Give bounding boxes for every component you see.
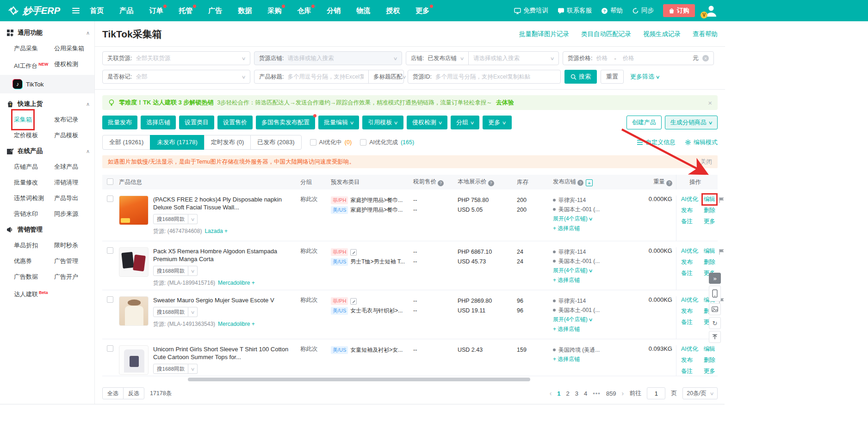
product-title[interactable]: Sweater Mauro Sergio Mujer Suave Escote … [153, 296, 274, 304]
help-icon[interactable]: ? [577, 180, 583, 186]
sidebar-item-slow-sales-clearance[interactable]: 滞销清理 [54, 175, 78, 190]
choose-shop-link[interactable]: + 选择店铺 [553, 354, 629, 364]
sidebar-item-ads-account[interactable]: 广告开户 [54, 269, 78, 285]
remark-link[interactable]: 备注 [681, 218, 693, 226]
search-button[interactable]: 搜索 [564, 70, 597, 84]
sidebar-item-shop-products[interactable]: 店铺产品 [14, 159, 38, 175]
source-shop-select[interactable]: 货源店铺: 请选择或输入搜索 ∨ [254, 51, 402, 65]
ai-optimize-link[interactable]: AI优化 [681, 247, 698, 255]
chevron-up-icon[interactable]: ∧ [86, 101, 90, 107]
sidebar-item-product-template[interactable]: 产品模板 [54, 128, 78, 143]
sidebar-item-ai-workbench[interactable]: AI工作台NEW [14, 56, 48, 72]
more-link[interactable]: 更多 [704, 218, 715, 226]
product-title[interactable]: Pack X5 Remera Hombre Algodon Estampada … [153, 247, 297, 263]
chevron-down-icon[interactable]: ∨ [188, 214, 198, 224]
chevron-up-icon[interactable]: ∧ [86, 30, 90, 36]
chevron-down-icon[interactable]: ∨ [188, 266, 198, 276]
menu-toggle-icon[interactable] [72, 8, 80, 13]
expand-shops-link[interactable]: 展开(4个店铺)∨ [553, 214, 629, 224]
ai-optimizing-checkbox[interactable]: AI优化中(0) [310, 139, 352, 147]
row-checkbox[interactable] [107, 196, 113, 202]
close-notice-link[interactable]: 关闭 [701, 158, 712, 166]
create-product-button[interactable]: 创建产品 [626, 116, 662, 129]
nav-authorization[interactable]: 授权 [386, 6, 400, 15]
sidebar-section-marketing[interactable]: 营销管理 [0, 222, 94, 238]
search-1688-button[interactable]: 搜1688同款 [153, 364, 188, 374]
tab-unpublished[interactable]: 未发布 (17178) [150, 135, 204, 150]
multi-title-match-select[interactable]: 多标题匹配 ∨ [368, 70, 410, 83]
view-help-link[interactable]: 查看帮助 [693, 30, 718, 38]
select-all-checkbox[interactable] [107, 178, 113, 185]
set-category-button[interactable]: 设置类目 [179, 116, 214, 129]
search-1688-button[interactable]: 搜1688同款 [153, 266, 188, 276]
choose-shop-link[interactable]: + 选择店铺 [553, 224, 629, 233]
sidebar-section-quick-listing[interactable]: 快速上货 ∧ [0, 96, 94, 112]
mobile-preview-button[interactable] [709, 286, 721, 301]
add-column-icon[interactable]: + [586, 179, 593, 186]
sidebar-item-item-discount[interactable]: 单品折扣 [14, 238, 38, 253]
select-all-button[interactable]: 全选 [102, 387, 124, 399]
video-generate-record-link[interactable]: 视频生成记录 [643, 30, 681, 38]
flag-icon[interactable] [719, 197, 724, 203]
tab-scheduled[interactable]: 定时发布 (0) [204, 135, 251, 150]
category-auto-match-record-link[interactable]: 类目自动匹配记录 [581, 30, 631, 38]
category-edit-icon[interactable] [350, 298, 357, 305]
sidebar-item-publish-record[interactable]: 发布记录 [54, 112, 78, 128]
mark-select[interactable]: 是否标记: 全部 ∨ [102, 70, 250, 84]
multi-country-config-button[interactable]: 多国售卖发布配置 [256, 116, 315, 129]
flag-icon[interactable] [719, 249, 724, 255]
product-title[interactable]: (PACKS FREE 2 hooks)4 Ply Disposable nap… [153, 196, 297, 211]
ai-optimize-link[interactable]: AI优化 [681, 196, 698, 203]
related-source-select[interactable]: 关联货源: 全部关联货源 ∨ [102, 51, 250, 65]
infringement-check-dropdown[interactable]: 侵权检测∨ [407, 116, 447, 129]
sidebar-item-tiktok[interactable]: ♪ TikTok [0, 75, 94, 93]
expand-shops-link[interactable]: 展开(4个店铺)∨ [553, 266, 629, 275]
choose-shop-button[interactable]: 选择店铺 [141, 116, 176, 129]
source-site-link[interactable]: Mercadolibre + [218, 321, 255, 327]
edit-link[interactable]: 编辑 [704, 247, 715, 255]
sidebar-item-global-products[interactable]: 全球产品 [54, 159, 78, 175]
search-1688-button[interactable]: 搜1688同款 [153, 214, 188, 224]
page-button[interactable]: 1 [557, 390, 560, 397]
sidebar-item-sync-source[interactable]: 同步来源 [54, 206, 78, 222]
tab-published[interactable]: 已发布 (2083) [250, 135, 301, 150]
publish-link[interactable]: 发布 [681, 258, 693, 266]
nav-purchase[interactable]: 采购 [267, 6, 281, 15]
avatar[interactable]: V [704, 4, 718, 18]
horizontal-scrollbar[interactable] [102, 377, 718, 382]
product-image[interactable] [119, 345, 149, 375]
sidebar-item-ads-management[interactable]: 广告管理 [54, 253, 78, 269]
row-checkbox[interactable] [107, 345, 113, 352]
choose-shop-link[interactable]: + 选择店铺 [553, 275, 629, 285]
chevron-down-icon[interactable]: ∨ [188, 307, 198, 317]
expand-shops-link[interactable]: 展开(4个店铺)∨ [553, 315, 629, 324]
row-checkbox[interactable] [107, 296, 113, 303]
publish-link[interactable]: 发布 [681, 307, 693, 315]
subscribe-button[interactable]: 订购 [663, 4, 695, 17]
back-to-top-button[interactable] [709, 331, 721, 343]
chevron-up-icon[interactable]: ∧ [86, 148, 90, 154]
page-button[interactable]: 859 [606, 390, 616, 397]
source-site-link[interactable]: Mercadolibre + [218, 280, 255, 286]
remark-link[interactable]: 备注 [681, 318, 693, 326]
nav-distribution[interactable]: 分销 [327, 6, 341, 15]
ai-optimize-link[interactable]: AI优化 [681, 296, 698, 304]
screenshot-button[interactable] [709, 303, 721, 315]
sidebar-item-ads-data[interactable]: 广告数据 [14, 269, 38, 285]
delete-link[interactable]: 删除 [704, 258, 715, 266]
promo-try-link[interactable]: 去体验 [496, 98, 514, 107]
sync-link[interactable]: 同步 [632, 6, 654, 15]
product-title-input[interactable]: 产品标题: 多个用逗号分隔，支持Excel复制粘贴 [254, 70, 368, 83]
nav-ads[interactable]: 广告 [208, 6, 222, 15]
nav-hosting[interactable]: 托管 [179, 6, 192, 15]
product-title[interactable]: Unicorn Print Girls Short Sleeve T Shirt… [153, 345, 297, 361]
nav-warehouse[interactable]: 仓库 [297, 6, 311, 15]
sidebar-item-product-collect[interactable]: 产品采集 [14, 41, 38, 56]
reset-button[interactable]: 重置 [601, 70, 624, 84]
price-min-input[interactable]: 价格 [596, 55, 608, 62]
help-icon[interactable]: ? [488, 180, 494, 186]
nav-more[interactable]: 更多 [415, 6, 429, 15]
sidebar-item-product-export[interactable]: 产品导出 [54, 190, 78, 206]
page-button[interactable]: 3 [575, 390, 578, 397]
clear-icon[interactable]: × [702, 55, 709, 61]
